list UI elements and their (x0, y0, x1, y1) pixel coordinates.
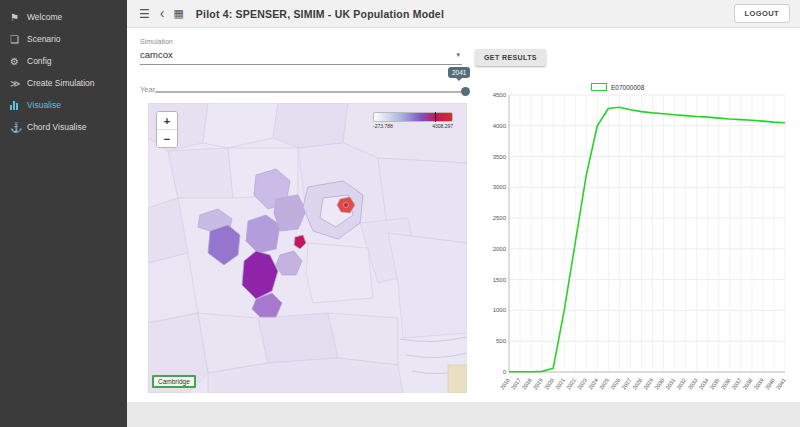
svg-text:2023: 2023 (576, 377, 588, 390)
sidebar-item-label: Visualise (27, 100, 61, 110)
svg-text:2017: 2017 (510, 377, 522, 390)
chart-canvas: 0500100015002000250030003500400045002016… (479, 85, 795, 393)
sidebar: ⚑Welcome❏Scenario⚙Config≫Create Simulati… (0, 0, 127, 427)
svg-text:2037: 2037 (731, 377, 743, 390)
logout-button[interactable]: LOGOUT (734, 4, 790, 23)
svg-text:2038: 2038 (742, 377, 754, 390)
svg-text:1000: 1000 (493, 307, 507, 313)
population-chart: E07000008 050010001500200025003000350040… (479, 85, 795, 393)
svg-text:2040: 2040 (764, 377, 776, 390)
svg-text:2036: 2036 (720, 377, 732, 390)
year-slider-track[interactable] (155, 91, 467, 93)
page-title: Pilot 4: SPENSER, SIMIM - UK Population … (196, 8, 444, 20)
map-land-patch (448, 365, 467, 393)
legend-series-label: E07000008 (611, 84, 644, 91)
hamburger-icon[interactable]: ☰ (139, 8, 150, 20)
svg-text:2039: 2039 (753, 377, 765, 390)
chevron-down-icon: ▾ (456, 51, 460, 59)
svg-text:2018: 2018 (521, 377, 533, 390)
svg-text:0: 0 (503, 369, 507, 375)
svg-text:2027: 2027 (620, 377, 632, 390)
year-slider-label: Year (140, 85, 155, 94)
svg-text:2021: 2021 (554, 377, 566, 390)
svg-text:2032: 2032 (676, 377, 688, 390)
sidebar-item-config[interactable]: ⚙Config (0, 50, 127, 72)
sidebar-item-label: Create Simulation (27, 78, 95, 88)
svg-text:2035: 2035 (709, 377, 721, 390)
zoom-in-button[interactable]: + (157, 112, 177, 130)
bar-chart-icon (10, 101, 27, 110)
get-results-button[interactable]: GET RESULTS (475, 49, 546, 66)
chart-legend[interactable]: E07000008 (591, 83, 644, 91)
back-icon[interactable]: ‹ (160, 6, 165, 20)
top-header: ☰ ‹ ▦ Pilot 4: SPENSER, SIMIM - UK Popul… (127, 0, 800, 28)
svg-text:1500: 1500 (493, 277, 507, 283)
map-zoom-control: + − (156, 111, 178, 148)
svg-text:2033: 2033 (687, 377, 699, 390)
svg-text:2041: 2041 (775, 377, 787, 390)
svg-text:2024: 2024 (587, 377, 599, 390)
main-content: Simulation camcox ▾ GET RESULTS Year 204… (127, 28, 800, 402)
app-root: { "header": { "title": "Pilot 4: SPENSER… (0, 0, 800, 427)
sidebar-item-chord-visualise[interactable]: ⚓Chord Visualise (0, 116, 127, 138)
svg-text:500: 500 (496, 338, 507, 344)
svg-text:2025: 2025 (598, 377, 610, 390)
svg-text:3500: 3500 (493, 154, 507, 160)
place-label: Cambridge (152, 375, 196, 388)
sidebar-item-welcome[interactable]: ⚑Welcome (0, 6, 127, 28)
sidebar-item-scenario[interactable]: ❏Scenario (0, 28, 127, 50)
year-slider-value-badge: 2041 (448, 67, 470, 78)
svg-text:2500: 2500 (493, 215, 507, 221)
simulation-selected-value: camcox (140, 49, 173, 60)
sidebar-item-visualise[interactable]: Visualise (0, 94, 127, 116)
gear-icon: ⚙ (10, 56, 27, 67)
gradient-marker (435, 112, 437, 122)
legend-min-value: -273.788 (373, 123, 393, 129)
sidebar-item-label: Chord Visualise (27, 122, 86, 132)
svg-text:2019: 2019 (532, 377, 544, 390)
svg-text:2016: 2016 (499, 377, 511, 390)
choropleth-map[interactable]: + − -273.788 4308.297 Cambridge (148, 103, 467, 393)
svg-text:2034: 2034 (698, 377, 710, 390)
svg-text:2000: 2000 (493, 246, 507, 252)
year-slider-handle[interactable] (461, 87, 470, 96)
svg-text:2031: 2031 (664, 377, 676, 390)
app-window-icon: ▦ (173, 8, 183, 19)
svg-text:2020: 2020 (543, 377, 555, 390)
sidebar-list: ⚑Welcome❏Scenario⚙Config≫Create Simulati… (0, 6, 127, 138)
map-color-legend: -273.788 4308.297 (373, 112, 453, 129)
sidebar-item-label: Scenario (27, 34, 61, 44)
chord-icon: ⚓ (10, 122, 27, 133)
svg-text:4000: 4000 (493, 123, 507, 129)
svg-text:2028: 2028 (631, 377, 643, 390)
svg-text:2026: 2026 (609, 377, 621, 390)
svg-text:2029: 2029 (642, 377, 654, 390)
svg-text:3000: 3000 (493, 184, 507, 190)
svg-text:4500: 4500 (493, 92, 507, 98)
flag-icon: ⚑ (10, 12, 27, 23)
sidebar-item-label: Welcome (27, 12, 62, 22)
zoom-out-button[interactable]: − (157, 130, 177, 147)
legend-line-swatch (591, 83, 607, 91)
legend-max-value: 4308.297 (432, 123, 453, 129)
map-canvas (148, 103, 467, 393)
svg-text:2022: 2022 (565, 377, 577, 390)
sidebar-item-create-simulation[interactable]: ≫Create Simulation (0, 72, 127, 94)
simulation-label: Simulation (140, 38, 173, 45)
bookmark-icon: ❏ (10, 34, 27, 45)
color-gradient-bar (373, 112, 453, 122)
run-icon: ≫ (10, 78, 27, 89)
sidebar-item-label: Config (27, 56, 52, 66)
simulation-select[interactable]: camcox ▾ (140, 48, 462, 65)
svg-text:2030: 2030 (653, 377, 665, 390)
